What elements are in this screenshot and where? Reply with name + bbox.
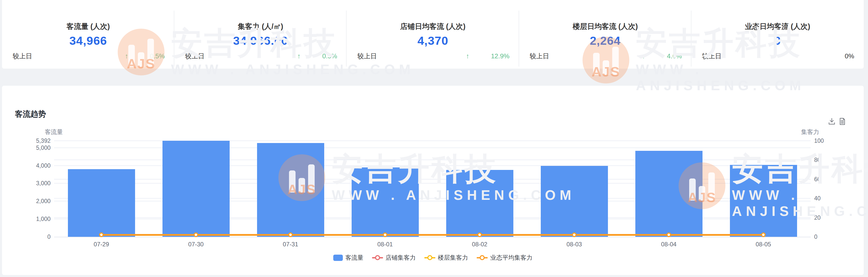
- kpi-card-gathering-power: 集客力 (人/㎡) 34,966.00 较上日 ↑ 0.5%: [174, 0, 347, 69]
- kpi-value: 4,370: [347, 34, 519, 47]
- right-axis-tick: 20: [814, 214, 842, 221]
- right-axis-tick: 40: [814, 195, 842, 202]
- left-axis-tick: 5,392: [23, 138, 51, 144]
- kpi-value: 34,966.00: [174, 34, 347, 47]
- kpi-title: 业态日均客流 (人次): [691, 22, 864, 32]
- right-axis-tick: 0: [814, 234, 842, 240]
- x-axis-label: 07-31: [273, 241, 308, 248]
- right-axis-tick: 100: [814, 138, 842, 144]
- dashboard-page: 客流量 (人次) 34,966 较上日 ↑ 0.5% 集客力 (人/㎡) 34,…: [0, 0, 868, 277]
- legend-item-楼层集客力[interactable]: 楼层集客力: [424, 254, 468, 262]
- kpi-compare-row: 较上日 0%: [702, 52, 854, 60]
- left-axis-tick: 0: [23, 234, 51, 240]
- kpi-compare-row: 较上日 ↑ 0.5%: [12, 52, 165, 60]
- delta-percent: 4.6%: [667, 52, 682, 60]
- bar-08-03: [541, 166, 608, 237]
- bar-08-05: [730, 165, 797, 237]
- up-arrow-icon: ↑: [125, 52, 128, 60]
- bar-07-29: [68, 169, 135, 237]
- bar-07-30: [162, 141, 230, 237]
- bar-08-02: [446, 170, 514, 237]
- x-axis-label: 08-05: [746, 241, 781, 248]
- download-icon[interactable]: [828, 118, 836, 125]
- legend-label: 楼层集客力: [438, 254, 468, 262]
- delta-value: 0%: [845, 52, 854, 60]
- delta-percent: 12.9%: [491, 52, 509, 60]
- left-axis-tick: 2,000: [23, 198, 51, 204]
- legend-bar-swatch: [333, 255, 343, 261]
- kpi-compare-row: 较上日 ↑ 12.9%: [357, 52, 509, 60]
- kpi-title: 集客力 (人/㎡): [174, 22, 347, 32]
- kpi-compare-row: 较上日 ↑ 0.5%: [185, 52, 337, 60]
- x-axis-label: 08-04: [651, 241, 686, 248]
- kpi-card-format-daily-avg: 业态日均客流 (人次) 0 较上日 0%: [691, 0, 864, 69]
- legend-label: 客流量: [345, 254, 364, 262]
- legend-label: 店铺集客力: [385, 254, 416, 262]
- kpi-card-visitor-flow: 客流量 (人次) 34,966 较上日 ↑ 0.5%: [2, 0, 174, 69]
- up-arrow-icon: ↑: [297, 52, 301, 60]
- kpi-summary-band: 客流量 (人次) 34,966 较上日 ↑ 0.5% 集客力 (人/㎡) 34,…: [2, 0, 864, 69]
- compare-label: 较上日: [357, 52, 377, 61]
- legend-item-店铺集客力[interactable]: 店铺集客力: [372, 254, 416, 262]
- delta-value: ↑ 0.5%: [125, 52, 165, 60]
- legend-item-客流量[interactable]: 客流量: [333, 254, 364, 262]
- legend-line-swatch: [372, 257, 383, 258]
- compare-label: 较上日: [702, 52, 722, 61]
- kpi-value: 34,966: [2, 34, 174, 47]
- left-axis-tick: 3,000: [23, 180, 51, 186]
- left-axis-tick: 1,000: [23, 216, 51, 222]
- plot-area: 01,0002,0003,0004,0005,0005,392020406080…: [54, 141, 811, 237]
- delta-percent: 0.5%: [322, 52, 337, 60]
- left-axis-tick: 4,000: [23, 162, 51, 169]
- delta-value: ↑ 12.9%: [466, 52, 509, 60]
- legend-label: 业态平均集客力: [490, 254, 532, 262]
- right-axis-tick: 60: [814, 176, 842, 182]
- x-axis-label: 08-02: [462, 241, 497, 248]
- compare-label: 较上日: [12, 52, 32, 61]
- compare-label: 较上日: [185, 52, 205, 61]
- up-arrow-icon: ↑: [642, 52, 645, 60]
- right-axis-tick: 80: [814, 157, 842, 163]
- kpi-compare-row: 较上日 ↑ 4.6%: [530, 52, 682, 60]
- x-axis-label: 07-29: [84, 241, 119, 248]
- line-业态平均集客力: [101, 234, 763, 236]
- compare-label: 较上日: [530, 52, 549, 61]
- x-axis-label: 08-03: [557, 241, 592, 248]
- legend-line-swatch: [477, 257, 488, 258]
- delta-value: ↑ 4.6%: [642, 52, 682, 60]
- up-arrow-icon: ↑: [466, 52, 469, 60]
- kpi-title: 楼层日均客流 (人次): [519, 22, 691, 32]
- chart-title: 客流趋势: [15, 109, 46, 119]
- chart-legend: 客流量店铺集客力楼层集客力业态平均集客力: [2, 254, 864, 262]
- kpi-card-store-daily-avg: 店铺日均客流 (人次) 4,370 较上日 ↑ 12.9%: [347, 0, 519, 69]
- bar-08-01: [352, 167, 419, 237]
- legend-item-业态平均集客力[interactable]: 业态平均集客力: [477, 254, 532, 262]
- kpi-title: 客流量 (人次): [2, 22, 174, 32]
- kpi-card-floor-daily-avg: 楼层日均客流 (人次) 2,264 较上日 ↑ 4.6%: [519, 0, 691, 69]
- kpi-value: 0: [691, 34, 864, 47]
- x-axis-label: 07-30: [178, 241, 214, 248]
- bar-08-04: [636, 151, 703, 237]
- left-axis-tick: 5,000: [23, 144, 51, 151]
- kpi-value: 2,264: [519, 34, 691, 47]
- legend-line-swatch: [424, 257, 435, 258]
- delta-percent: 0.5%: [150, 52, 165, 60]
- bar-07-31: [257, 143, 324, 237]
- data-view-icon[interactable]: [839, 118, 846, 125]
- x-axis-label: 08-01: [368, 241, 403, 248]
- left-axis-name: 客流量: [32, 128, 75, 136]
- delta-value: ↑ 0.5%: [297, 52, 337, 60]
- right-axis-name: 集客力: [789, 128, 832, 136]
- visitor-trend-card: 客流趋势 客流量 集客力 01,0002,0003,0004,0005,0005…: [2, 86, 864, 275]
- kpi-title: 店铺日均客流 (人次): [347, 22, 519, 32]
- delta-percent: 0%: [845, 52, 854, 60]
